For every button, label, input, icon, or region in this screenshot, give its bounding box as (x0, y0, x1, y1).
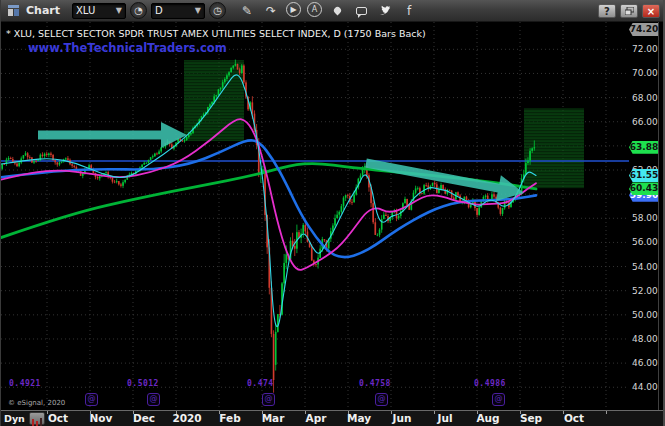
time-tick (606, 411, 607, 414)
interval-value: D (155, 5, 163, 16)
candlestick-chart[interactable] (1, 22, 629, 410)
close-button[interactable]: × (642, 4, 660, 18)
ink-droplet-icon[interactable] (328, 2, 346, 20)
chevron-down-icon: ▼ (195, 6, 201, 15)
price-tick: 48.00 (632, 334, 658, 344)
curved-arrow-icon[interactable]: ↷ (262, 2, 280, 20)
price-badge: 60.43 (629, 182, 659, 195)
fib-annotation: 0.5012 (127, 379, 159, 388)
dyn-button[interactable]: Dyn (4, 413, 25, 424)
price-axis[interactable]: 72.0070.0068.0066.0064.0062.0060.0058.00… (629, 22, 665, 410)
month-label: 2020 (170, 412, 204, 424)
axis-edge-line (658, 22, 659, 410)
moving-averages (1, 75, 536, 327)
note-marker-icon[interactable]: @ (375, 393, 388, 406)
month-label: Mar (256, 412, 290, 424)
watermark-link: www.TheTechnicalTraders.com (28, 41, 227, 55)
restore-window-button[interactable] (620, 4, 638, 18)
trend-arrow (38, 122, 187, 148)
month-label: Jun (385, 412, 419, 424)
month-label: Apr (299, 412, 333, 424)
month-label: Dec (127, 412, 161, 424)
month-label: Aug (471, 412, 505, 424)
price-tick: 52.00 (632, 286, 658, 296)
price-tick: 70.00 (632, 68, 658, 78)
price-tick: 56.00 (632, 237, 658, 247)
month-label: Sep (514, 412, 548, 424)
fib-annotation: 0.4986 (474, 379, 506, 388)
chevron-down-icon: ▼ (116, 6, 122, 15)
price-tick: 68.00 (632, 93, 658, 103)
price-badge: 61.55 (629, 169, 659, 182)
chart-plot[interactable]: * XLU, SELECT SECTOR SPDR TRUST AMEX UTI… (1, 22, 629, 410)
month-label: May (342, 412, 376, 424)
time-axis-bar[interactable]: Dyn OctNovDec2020FebMarAprMayJunJulAugSe… (1, 410, 665, 426)
price-badge: 63.88 (629, 141, 659, 154)
chart-window-icon (4, 2, 22, 20)
fib-annotation: 0.4921 (9, 379, 41, 388)
month-label: Nov (84, 412, 118, 424)
symbol-lookup-button[interactable]: ◔ (130, 2, 147, 19)
price-badge: 74.20 (629, 23, 659, 36)
play-circle-icon[interactable]: ▶ (286, 2, 301, 17)
price-tick: 72.00 (632, 44, 658, 54)
copyright-note: © eSignal, 2020 (8, 399, 65, 407)
price-tick: 54.00 (632, 262, 658, 272)
symbol-value: XLU (76, 5, 95, 16)
fib-annotation: 0.474 (247, 379, 274, 388)
note-marker-icon[interactable]: @ (492, 393, 505, 406)
facebook-f-icon[interactable]: f (400, 2, 418, 20)
price-tick: 44.00 (632, 382, 658, 392)
note-marker-icon[interactable]: @ (262, 393, 275, 406)
note-marker-icon[interactable]: @ (85, 393, 98, 406)
candlestick-layer (1, 60, 535, 393)
month-label: Jul (428, 412, 462, 424)
fib-annotation: 0.4758 (359, 379, 391, 388)
interval-history-button[interactable]: ◷ (209, 2, 226, 19)
gridlines (1, 22, 629, 410)
pencil-icon[interactable]: ✎ (238, 2, 256, 20)
price-tick: 58.00 (632, 213, 658, 223)
month-label: Oct (557, 412, 591, 424)
note-marker-icon[interactable]: @ (147, 393, 160, 406)
month-label: Oct (41, 412, 75, 424)
month-label: Feb (213, 412, 247, 424)
twitter-bird-icon[interactable] (376, 2, 394, 20)
window-title: Chart (26, 4, 60, 17)
interval-input[interactable]: D ▼ (151, 3, 205, 19)
toolbar: Chart XLU ▼ ◔ D ▼ ◷ ✎↷▶Af ? × (1, 0, 663, 22)
help-button[interactable]: ? (598, 4, 616, 18)
speech-bubble-icon[interactable] (352, 2, 370, 20)
symbol-input[interactable]: XLU ▼ (72, 3, 126, 19)
price-tick: 66.00 (632, 117, 658, 127)
chart-title: * XLU, SELECT SECTOR SPDR TRUST AMEX UTI… (6, 28, 426, 39)
chart-window: Chart XLU ▼ ◔ D ▼ ◷ ✎↷▶Af ? × * XLU, SEL… (0, 0, 665, 426)
price-tick: 50.00 (632, 310, 658, 320)
annotate-a-circle-icon[interactable]: A (307, 2, 322, 17)
price-tick: 46.00 (632, 358, 658, 368)
